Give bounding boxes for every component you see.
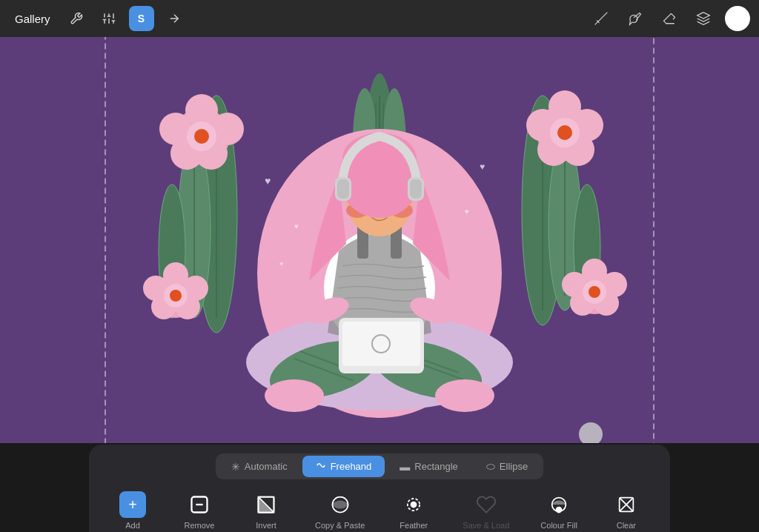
sketchbook-tool[interactable]: S <box>129 6 154 31</box>
bottom-actions: + Add Remove <box>101 488 658 532</box>
adjust-tool[interactable] <box>96 6 122 31</box>
svg-rect-90 <box>410 179 422 199</box>
svg-point-96 <box>579 422 603 443</box>
colour-fill-button[interactable]: Colour Fill <box>534 488 583 532</box>
share-tool[interactable] <box>162 6 187 31</box>
top-toolbar: Gallery S <box>0 0 759 37</box>
svg-point-70 <box>265 379 324 412</box>
rectangle-icon: ▬ <box>400 461 410 473</box>
save-load-button[interactable]: Save & Load <box>457 488 515 532</box>
svg-point-102 <box>411 502 417 508</box>
add-button[interactable]: + Add <box>109 488 156 532</box>
svg-text:♥: ♥ <box>480 162 485 172</box>
tab-ellipse[interactable]: ⬭ Ellipse <box>473 456 541 477</box>
toolbar-right <box>589 6 750 31</box>
selection-tabs: ✳ Automatic Freehand ▬ Rectangle ⬭ Ellip… <box>216 453 543 479</box>
copy-paste-button[interactable]: Copy & Paste <box>309 488 371 532</box>
svg-point-45 <box>170 290 182 302</box>
canvas-area[interactable]: ♥ ♥ ♥ ♥ ♥ <box>0 37 759 443</box>
automatic-icon: ✳ <box>231 461 240 473</box>
svg-line-10 <box>595 13 608 25</box>
svg-rect-89 <box>337 179 349 199</box>
pen-tool[interactable] <box>589 6 614 31</box>
eraser-tool[interactable] <box>657 6 682 31</box>
svg-text:♥: ♥ <box>294 222 299 230</box>
layers-tool[interactable] <box>691 6 716 31</box>
svg-point-71 <box>435 379 494 412</box>
svg-rect-76 <box>342 322 420 366</box>
invert-button[interactable]: Invert <box>242 488 290 532</box>
freehand-icon <box>316 460 326 473</box>
svg-point-53 <box>557 125 572 140</box>
brush-tool[interactable] <box>623 6 648 31</box>
ellipse-icon: ⬭ <box>486 460 495 473</box>
remove-button[interactable]: Remove <box>176 488 223 532</box>
tab-freehand[interactable]: Freehand <box>302 456 385 477</box>
svg-text:♥: ♥ <box>465 207 469 216</box>
svg-marker-12 <box>697 13 710 19</box>
wrench-tool[interactable] <box>64 6 89 31</box>
illustration: ♥ ♥ ♥ ♥ ♥ <box>102 37 657 443</box>
feather-button[interactable]: Feather <box>390 488 437 532</box>
color-picker[interactable] <box>725 6 750 31</box>
clear-button[interactable]: Clear <box>603 488 650 532</box>
svg-point-104 <box>557 508 562 513</box>
gallery-button[interactable]: Gallery <box>9 10 56 28</box>
svg-point-61 <box>589 286 600 298</box>
svg-text:♥: ♥ <box>279 260 283 267</box>
toolbar-left: Gallery S <box>9 6 589 31</box>
svg-point-37 <box>194 129 209 144</box>
bottom-toolbar: ✳ Automatic Freehand ▬ Rectangle ⬭ Ellip… <box>89 445 670 532</box>
tab-automatic[interactable]: ✳ Automatic <box>218 456 301 477</box>
svg-text:♥: ♥ <box>265 175 271 187</box>
tab-rectangle[interactable]: ▬ Rectangle <box>386 456 471 477</box>
